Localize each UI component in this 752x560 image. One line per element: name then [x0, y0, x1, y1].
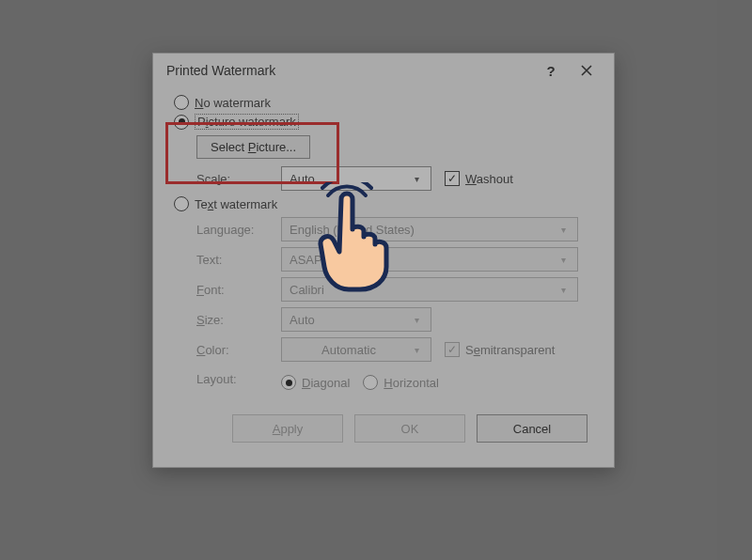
help-button[interactable]: ?	[533, 56, 569, 85]
text-row: Text: ASAP ▾	[174, 247, 593, 272]
font-label: Font:	[174, 283, 281, 297]
horizontal-label: Horizontal	[384, 376, 439, 390]
layout-options: Diagonal Horizontal	[281, 375, 439, 390]
text-combo: ASAP ▾	[281, 247, 578, 272]
chevron-down-icon: ▾	[408, 174, 425, 184]
close-button[interactable]	[569, 56, 604, 85]
chevron-down-icon: ▾	[408, 345, 425, 355]
close-icon	[581, 65, 592, 76]
select-picture-row: Select Picture...	[196, 135, 593, 159]
text-watermark-label: Text watermark	[195, 197, 277, 211]
picture-watermark-option[interactable]: Picture watermark	[174, 114, 593, 130]
scale-row: Scale: Auto ▾ ✓ Washout	[174, 166, 593, 191]
text-label: Text:	[174, 253, 281, 267]
language-label: Language:	[174, 223, 281, 237]
text-watermark-option[interactable]: Text watermark	[174, 196, 593, 211]
printed-watermark-dialog: Printed Watermark ? No watermark Picture…	[152, 53, 615, 468]
diagonal-option: Diagonal	[281, 375, 350, 390]
washout-label: Washout	[465, 172, 513, 186]
font-combo: Calibri ▾	[281, 277, 578, 302]
cancel-button[interactable]: Cancel	[477, 414, 588, 443]
color-label: Color:	[174, 343, 281, 357]
horizontal-option: Horizontal	[363, 375, 439, 390]
checkbox-icon: ✓	[445, 171, 460, 186]
picture-watermark-label: Picture watermark	[195, 114, 299, 130]
ok-button[interactable]: OK	[354, 414, 465, 443]
size-label: Size:	[174, 313, 281, 327]
chevron-down-icon: ▾	[555, 285, 572, 295]
language-value: English (United States)	[290, 223, 555, 237]
checkbox-icon: ✓	[445, 342, 460, 357]
font-row: Font: Calibri ▾	[174, 277, 593, 302]
chevron-down-icon: ▾	[555, 225, 572, 235]
chevron-down-icon: ▾	[555, 255, 572, 265]
titlebar: Printed Watermark ?	[153, 54, 614, 87]
radio-icon	[174, 115, 189, 130]
font-value: Calibri	[290, 283, 555, 297]
language-combo: English (United States) ▾	[281, 217, 578, 241]
size-row: Size: Auto ▾	[174, 307, 593, 332]
size-combo: Auto ▾	[281, 307, 431, 332]
color-value: Automatic	[290, 343, 408, 357]
no-watermark-label: No watermark	[195, 96, 271, 110]
text-value: ASAP	[290, 253, 555, 267]
chevron-down-icon: ▾	[408, 315, 425, 325]
radio-icon	[363, 375, 378, 390]
color-row: Color: Automatic ▾ ✓ Semitransparent	[174, 337, 593, 362]
dialog-title: Printed Watermark	[166, 63, 533, 78]
apply-button[interactable]: Apply	[232, 414, 343, 443]
radio-icon	[281, 375, 296, 390]
language-row: Language: English (United States) ▾	[174, 217, 593, 241]
radio-icon	[174, 95, 189, 110]
button-row: Apply OK Cancel	[174, 414, 593, 443]
dialog-body: No watermark Picture watermark Select Pi…	[153, 87, 614, 452]
semitransparent-checkbox: ✓ Semitransparent	[445, 342, 555, 357]
layout-row: Layout: Diagonal Horizontal	[174, 367, 593, 390]
no-watermark-option[interactable]: No watermark	[174, 95, 593, 110]
layout-label: Layout:	[174, 372, 281, 386]
scale-label: Scale:	[174, 172, 281, 186]
radio-icon	[174, 196, 189, 211]
select-picture-button[interactable]: Select Picture...	[196, 135, 310, 159]
color-combo: Automatic ▾	[281, 337, 431, 362]
scale-combo[interactable]: Auto ▾	[281, 166, 431, 191]
diagonal-label: Diagonal	[302, 376, 350, 390]
semitransparent-label: Semitransparent	[465, 343, 555, 357]
scale-value: Auto	[290, 172, 408, 186]
size-value: Auto	[290, 313, 408, 327]
washout-checkbox[interactable]: ✓ Washout	[445, 171, 513, 186]
